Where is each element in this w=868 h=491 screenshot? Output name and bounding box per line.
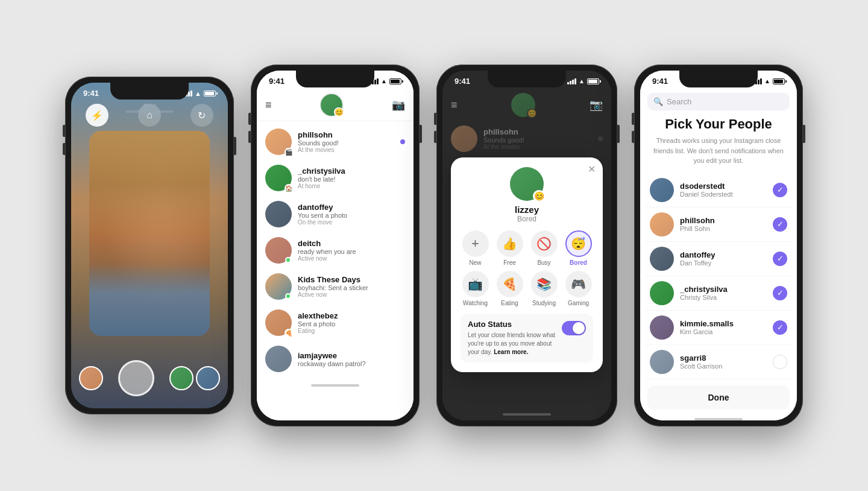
- notch-2: [296, 71, 374, 87]
- profile-avatar: 😊: [319, 93, 344, 117]
- list-item[interactable]: sgarri8 Scott Garrison: [645, 345, 792, 379]
- people-real-name: Scott Garrison: [680, 363, 767, 370]
- menu-icon[interactable]: ≡: [265, 99, 272, 112]
- check-button[interactable]: [773, 355, 787, 369]
- msg-content: phillsohn Sounds good! At the movies: [298, 130, 394, 153]
- people-avatar: [650, 212, 674, 236]
- free-button[interactable]: 👍: [497, 230, 523, 257]
- status-item-busy[interactable]: 🚫 Busy: [529, 230, 559, 266]
- status-screen: 9:41 ▲ ≡: [442, 71, 611, 420]
- dark-menu-icon: ≡: [451, 99, 458, 112]
- camera-screen: 9:41 ▲: [71, 83, 228, 408]
- eating-button[interactable]: 🍕: [497, 271, 523, 297]
- learn-more-link[interactable]: Learn more.: [494, 349, 528, 355]
- status-icons-4: ▲: [753, 78, 785, 84]
- auto-status-toggle[interactable]: [562, 321, 586, 335]
- list-item[interactable]: dsoderstedt Daniel Soderstedt ✓: [645, 173, 792, 207]
- flash-button[interactable]: ⚡: [86, 104, 108, 127]
- power-button: [234, 137, 236, 155]
- status-options-grid: + New 👍 Free 🚫 Busy 😴: [461, 230, 593, 306]
- message-list: 🎬 phillsohn Sounds good! At the movies: [257, 121, 414, 379]
- status-emoji: 🎬: [285, 148, 293, 156]
- battery-icon-3: [587, 78, 599, 84]
- status-item-free[interactable]: 👍 Free: [495, 230, 524, 266]
- power-button-4: [803, 125, 805, 143]
- status-item-studying[interactable]: 📚 Studying: [529, 271, 559, 306]
- people-info: sgarri8 Scott Garrison: [680, 353, 767, 370]
- check-button[interactable]: ✓: [773, 183, 787, 197]
- list-item[interactable]: deitch ready when you are Active now: [257, 232, 414, 268]
- msg-name: dantoffey: [298, 203, 405, 212]
- list-item[interactable]: 🎬 phillsohn Sounds good! At the movies: [257, 124, 414, 160]
- list-item[interactable]: phillsohn Phill Sohn ✓: [645, 207, 792, 242]
- watching-button[interactable]: 📺: [462, 271, 489, 297]
- power-button-2: [420, 125, 422, 143]
- status-item-eating[interactable]: 🍕 Eating: [495, 271, 524, 306]
- check-button[interactable]: ✓: [773, 286, 787, 300]
- status-item-new[interactable]: + New: [461, 230, 490, 266]
- home-indicator-3: [442, 410, 611, 418]
- messages-screen: 9:41 ▲ ≡: [257, 71, 414, 420]
- status-item-watching[interactable]: 📺 Watching: [461, 271, 490, 306]
- flip-button[interactable]: ↻: [190, 104, 213, 127]
- phone-2: 9:41 ▲ ≡: [251, 65, 420, 426]
- people-real-name: Kim Garcia: [680, 328, 767, 335]
- msg-avatar: [265, 237, 292, 264]
- list-item[interactable]: dantoffey Dan Toffey ✓: [645, 242, 792, 276]
- msg-content: _christysilva don't be late! At home: [298, 166, 405, 189]
- check-button[interactable]: ✓: [773, 217, 787, 232]
- new-status-button[interactable]: +: [462, 230, 489, 257]
- people-avatar: [650, 247, 674, 271]
- wifi-icon: ▲: [195, 90, 201, 97]
- home-button[interactable]: ⌂: [138, 104, 161, 127]
- list-item[interactable]: Kids These Days boyhachi: Sent a sticker…: [257, 268, 414, 305]
- dark-list-item: phillsohn Sounds good! At the movies: [442, 121, 611, 157]
- status-item-bored[interactable]: 😴 Bored: [564, 230, 593, 266]
- people-handle: _christysilva: [680, 285, 767, 294]
- list-item[interactable]: dantoffey You sent a photo On the move: [257, 196, 414, 232]
- people-info: kimmie.smalls Kim Garcia: [680, 319, 767, 335]
- phone-3: 9:41 ▲ ≡: [436, 65, 617, 426]
- check-button[interactable]: ✓: [773, 320, 787, 335]
- list-item[interactable]: iamjaywee rockaway dawn patrol?: [257, 341, 414, 377]
- dark-camera-icon: 📷: [590, 98, 603, 112]
- people-avatar: [650, 281, 674, 305]
- avatar-previews: [169, 366, 220, 390]
- status-item-gaming[interactable]: 🎮 Gaming: [564, 271, 593, 306]
- camera-icon[interactable]: 📷: [392, 98, 405, 112]
- list-item[interactable]: kimmie.smalls Kim Garcia ✓: [645, 311, 792, 345]
- pick-people-screen: 9:41 ▲ 🔍 Search: [640, 71, 797, 420]
- list-item[interactable]: 🏠 _christysilva don't be late! At home: [257, 160, 414, 196]
- bored-button[interactable]: 😴: [565, 230, 592, 257]
- avatar-preview-3: [196, 366, 220, 390]
- msg-avatar: [265, 273, 292, 300]
- notch: [110, 83, 189, 100]
- modal-profile-emoji: 😊: [533, 190, 545, 202]
- people-real-name: Phill Sohn: [680, 225, 767, 232]
- done-button[interactable]: Done: [647, 385, 790, 410]
- battery-icon: [204, 90, 216, 97]
- shutter-button[interactable]: [118, 360, 154, 396]
- status-label-studying: Studying: [532, 300, 556, 306]
- dark-unread-dot: [598, 136, 603, 141]
- studying-button[interactable]: 📚: [531, 271, 558, 297]
- status-label-free: Free: [503, 259, 516, 266]
- profile-center[interactable]: 😊: [319, 93, 344, 117]
- avatar-preview-1: [79, 366, 103, 390]
- msg-preview: rockaway dawn patrol?: [298, 360, 405, 367]
- search-bar[interactable]: 🔍 Search: [647, 93, 790, 110]
- modal-close-button[interactable]: ✕: [588, 163, 596, 175]
- msg-name: _christysilva: [298, 166, 405, 176]
- dark-profile-emoji: 😊: [527, 109, 536, 118]
- people-avatar: [650, 178, 674, 202]
- msg-location: On the move: [298, 219, 405, 226]
- list-item[interactable]: 🍕 alexthebez Sent a photo Eating: [257, 305, 414, 341]
- people-avatar: [650, 350, 674, 374]
- camera-top-controls: ⚡ ⌂ ↻: [71, 104, 228, 127]
- check-button[interactable]: ✓: [773, 252, 787, 266]
- busy-button[interactable]: 🚫: [531, 230, 558, 257]
- people-real-name: Daniel Soderstedt: [680, 191, 767, 198]
- auto-status-title: Auto Status: [468, 320, 562, 329]
- list-item[interactable]: _christysilva Christy Silva ✓: [645, 276, 792, 311]
- gaming-button[interactable]: 🎮: [565, 271, 592, 297]
